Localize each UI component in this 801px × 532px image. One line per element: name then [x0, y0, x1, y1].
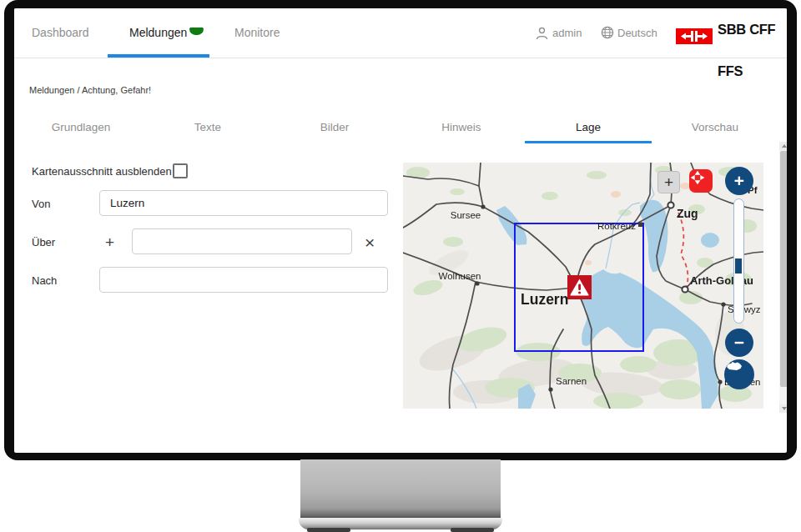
scrollbar-thumb[interactable]: [780, 151, 787, 387]
add-via-icon[interactable]: +: [105, 234, 114, 250]
nav-item-meldungen[interactable]: Meldungen: [129, 8, 187, 58]
von-input[interactable]: [99, 190, 388, 216]
globe-icon: [601, 26, 614, 43]
zoom-slider-handle[interactable]: [735, 258, 742, 274]
sbb-logo-icon: [676, 28, 713, 44]
map-panel[interactable]: Sursee Wolhusen Rotkreuz Zug Arth-Goldau…: [403, 163, 763, 409]
tab-vorschau[interactable]: Vorschau: [652, 115, 778, 143]
vertical-scrollbar[interactable]: [779, 142, 787, 413]
von-label: Von: [32, 198, 50, 210]
top-nav: Dashboard Meldungen Monitore admin Deuts…: [14, 8, 787, 58]
breadcrumb: Meldungen / Achtung, Gefahr!: [29, 85, 151, 95]
monitor-foot-right: [451, 528, 494, 532]
ueber-input[interactable]: [132, 228, 352, 254]
map-label-zug: Zug: [677, 207, 698, 220]
map-label-luzern: Luzern: [521, 291, 568, 308]
user-name[interactable]: admin: [552, 8, 582, 58]
monitor-stand: [300, 459, 501, 519]
monitor-foot-left: [307, 528, 350, 532]
nav-item-dashboard[interactable]: Dashboard: [32, 8, 89, 58]
tab-lage[interactable]: Lage: [525, 115, 652, 143]
monitor-bezel: Dashboard Meldungen Monitore admin Deuts…: [4, 0, 797, 460]
map-canvas: Sursee Wolhusen Rotkreuz Zug Arth-Goldau…: [403, 163, 763, 409]
nach-label: Nach: [32, 274, 57, 287]
ueber-label: Über: [32, 236, 55, 248]
map-label-sursee: Sursee: [451, 210, 481, 220]
tab-texte[interactable]: Texte: [144, 115, 271, 143]
active-nav-underline: [108, 54, 209, 58]
brand-name: SBB CFF FFS: [718, 8, 787, 58]
zoom-in-button[interactable]: +: [725, 167, 753, 195]
warning-marker-icon[interactable]: [567, 275, 592, 299]
map-pan-button[interactable]: [689, 169, 713, 193]
tab-bilder[interactable]: Bilder: [271, 115, 398, 143]
map-label-sarnen: Sarnen: [556, 376, 587, 386]
switzerland-icon: [724, 359, 744, 373]
user-icon: [536, 27, 548, 43]
hide-map-checkbox[interactable]: [173, 163, 188, 178]
reset-extent-button[interactable]: [724, 359, 754, 389]
map-add-button[interactable]: +: [657, 171, 680, 193]
scroll-up-arrow[interactable]: [779, 142, 787, 150]
tab-bar: Grundlagen Texte Bilder Hinweis Lage Vor…: [18, 115, 778, 143]
nach-input[interactable]: [99, 267, 388, 293]
page: Dashboard Meldungen Monitore admin Deuts…: [0, 0, 801, 532]
nav-item-monitore[interactable]: Monitore: [234, 8, 280, 58]
app-window: Dashboard Meldungen Monitore admin Deuts…: [14, 8, 787, 453]
zoom-slider[interactable]: [733, 198, 744, 324]
tab-hinweis[interactable]: Hinweis: [398, 115, 525, 143]
pan-arrows-icon: [689, 169, 706, 186]
meldungen-status-icon: [189, 28, 204, 35]
tab-grundlagen[interactable]: Grundlagen: [18, 115, 144, 143]
scroll-down-arrow[interactable]: [779, 404, 787, 413]
language-selector[interactable]: Deutsch: [617, 8, 657, 58]
hide-map-label: Kartenausschnitt ausblenden: [32, 165, 172, 178]
map-label-wolhusen: Wolhusen: [439, 271, 481, 281]
clear-via-icon[interactable]: ×: [365, 234, 375, 250]
map-label-rotkreuz: Rotkreuz: [597, 221, 636, 231]
zoom-out-button[interactable]: −: [725, 329, 753, 357]
